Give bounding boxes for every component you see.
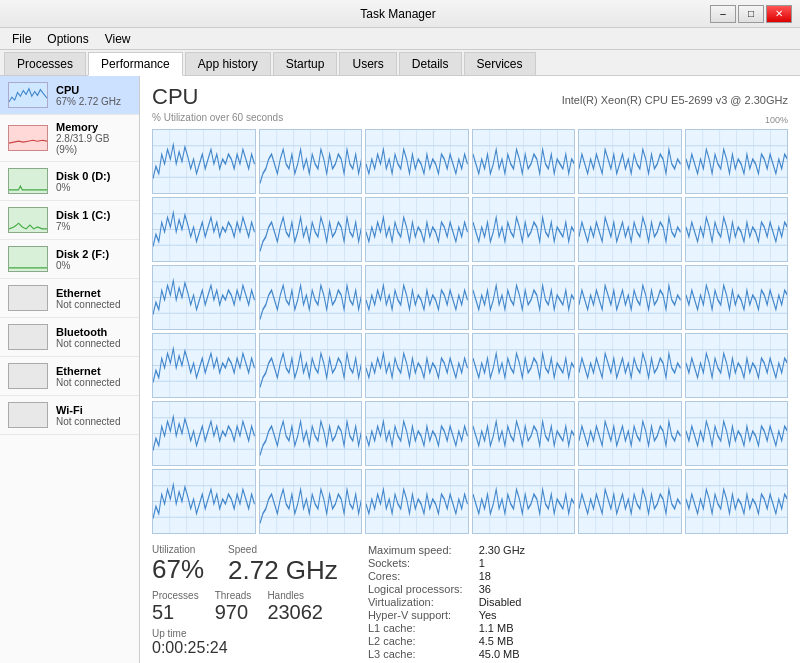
disk1-sidebar-text: Disk 1 (C:) 7% xyxy=(56,209,131,232)
stats-section: Utilization 67% Speed 2.72 GHz Processes… xyxy=(152,544,788,660)
speed-stat-value: 2.72 GHz xyxy=(228,555,338,586)
menu-options[interactable]: Options xyxy=(39,30,96,48)
minimize-button[interactable]: – xyxy=(710,5,736,23)
sidebar-item-ethernet2[interactable]: Ethernet Not connected xyxy=(0,357,139,396)
detail-key-l1: L1 cache: xyxy=(368,622,463,634)
cpu-core-19 xyxy=(259,333,363,398)
cpu-core-28 xyxy=(578,401,682,466)
cpu-core-26 xyxy=(365,401,469,466)
disk0-sidebar-name: Disk 0 (D:) xyxy=(56,170,131,182)
processes-stat-value: 51 xyxy=(152,601,199,624)
memory-sidebar-name: Memory xyxy=(56,121,131,133)
tab-startup[interactable]: Startup xyxy=(273,52,338,75)
processes-stat-label: Processes xyxy=(152,590,199,601)
cpu-core-8 xyxy=(365,197,469,262)
cpu-core-9 xyxy=(472,197,576,262)
maximize-button[interactable]: □ xyxy=(738,5,764,23)
detail-val-hyperv: Yes xyxy=(479,609,525,621)
handles-stat-value: 23062 xyxy=(267,601,323,624)
wifi-sidebar-name: Wi-Fi xyxy=(56,404,131,416)
cpu-core-14 xyxy=(365,265,469,330)
threads-stat-value: 970 xyxy=(215,601,252,624)
sidebar-item-cpu[interactable]: CPU 67% 2.72 GHz xyxy=(0,76,139,115)
detail-key-virtualization: Virtualization: xyxy=(368,596,463,608)
speed-stat-label: Speed xyxy=(228,544,338,555)
cpu-core-4 xyxy=(578,129,682,194)
menu-bar: File Options View xyxy=(0,28,800,50)
percent-label: 100% xyxy=(765,115,788,125)
wifi-sidebar-val: Not connected xyxy=(56,416,131,427)
menu-file[interactable]: File xyxy=(4,30,39,48)
cpu-core-31 xyxy=(259,469,363,534)
ethernet1-sidebar-val: Not connected xyxy=(56,299,131,310)
ethernet1-sidebar-text: Ethernet Not connected xyxy=(56,287,131,310)
detail-key-l3: L3 cache: xyxy=(368,648,463,660)
detail-val-sockets: 1 xyxy=(479,557,525,569)
disk0-thumbnail xyxy=(8,168,48,194)
detail-val-maxspeed: 2.30 GHz xyxy=(479,544,525,556)
ethernet2-sidebar-name: Ethernet xyxy=(56,365,131,377)
sidebar-item-disk2[interactable]: Disk 2 (F:) 0% xyxy=(0,240,139,279)
sidebar-item-disk0[interactable]: Disk 0 (D:) 0% xyxy=(0,162,139,201)
tab-details[interactable]: Details xyxy=(399,52,462,75)
details-grid: Maximum speed: 2.30 GHz Sockets: 1 Cores… xyxy=(368,544,525,660)
wifi-sidebar-text: Wi-Fi Not connected xyxy=(56,404,131,427)
cpu-core-17 xyxy=(685,265,789,330)
detail-key-sockets: Sockets: xyxy=(368,557,463,569)
cpu-core-21 xyxy=(472,333,576,398)
cpu-core-3 xyxy=(472,129,576,194)
disk0-sidebar-val: 0% xyxy=(56,182,131,193)
performance-panel: CPU Intel(R) Xeon(R) CPU E5-2699 v3 @ 2.… xyxy=(140,76,800,663)
disk2-sidebar-name: Disk 2 (F:) xyxy=(56,248,131,260)
detail-val-cores: 18 xyxy=(479,570,525,582)
cpu-core-24 xyxy=(152,401,256,466)
cpu-core-7 xyxy=(259,197,363,262)
cpu-core-22 xyxy=(578,333,682,398)
cpu-core-12 xyxy=(152,265,256,330)
disk2-sidebar-text: Disk 2 (F:) 0% xyxy=(56,248,131,271)
memory-thumbnail xyxy=(8,125,48,151)
cpu-core-16 xyxy=(578,265,682,330)
panel-title: CPU xyxy=(152,84,198,110)
bluetooth-sidebar-text: Bluetooth Not connected xyxy=(56,326,131,349)
detail-val-l2: 4.5 MB xyxy=(479,635,525,647)
cpu-core-0 xyxy=(152,129,256,194)
sidebar-item-memory[interactable]: Memory 2.8/31.9 GB (9%) xyxy=(0,115,139,162)
detail-val-logicalproc: 36 xyxy=(479,583,525,595)
menu-view[interactable]: View xyxy=(97,30,139,48)
disk2-sidebar-val: 0% xyxy=(56,260,131,271)
disk0-sidebar-text: Disk 0 (D:) 0% xyxy=(56,170,131,193)
detail-key-hyperv: Hyper-V support: xyxy=(368,609,463,621)
cpu-sidebar-val: 67% 2.72 GHz xyxy=(56,96,131,107)
cpu-core-27 xyxy=(472,401,576,466)
sidebar-item-disk1[interactable]: Disk 1 (C:) 7% xyxy=(0,201,139,240)
tab-users[interactable]: Users xyxy=(339,52,396,75)
detail-val-virtualization: Disabled xyxy=(479,596,525,608)
detail-val-l3: 45.0 MB xyxy=(479,648,525,660)
tab-apphistory[interactable]: App history xyxy=(185,52,271,75)
tab-services[interactable]: Services xyxy=(464,52,536,75)
panel-subtitle: Intel(R) Xeon(R) CPU E5-2699 v3 @ 2.30GH… xyxy=(562,94,788,106)
detail-val-l1: 1.1 MB xyxy=(479,622,525,634)
handles-stat-label: Handles xyxy=(267,590,323,601)
cpu-core-13 xyxy=(259,265,363,330)
panel-header: CPU Intel(R) Xeon(R) CPU E5-2699 v3 @ 2.… xyxy=(152,84,788,110)
close-button[interactable]: ✕ xyxy=(766,5,792,23)
sidebar-item-bluetooth[interactable]: Bluetooth Not connected xyxy=(0,318,139,357)
cpu-core-30 xyxy=(152,469,256,534)
utilization-label: % Utilization over 60 seconds xyxy=(152,112,283,123)
cpu-core-1 xyxy=(259,129,363,194)
disk1-thumbnail xyxy=(8,207,48,233)
sidebar-item-ethernet1[interactable]: Ethernet Not connected xyxy=(0,279,139,318)
tab-performance[interactable]: Performance xyxy=(88,52,183,76)
ethernet2-sidebar-val: Not connected xyxy=(56,377,131,388)
cpu-core-35 xyxy=(685,469,789,534)
cpu-core-11 xyxy=(685,197,789,262)
cpu-core-29 xyxy=(685,401,789,466)
window-controls[interactable]: – □ ✕ xyxy=(710,5,792,23)
cpu-thumbnail xyxy=(8,82,48,108)
detail-key-logicalproc: Logical processors: xyxy=(368,583,463,595)
sidebar-item-wifi[interactable]: Wi-Fi Not connected xyxy=(0,396,139,435)
tab-processes[interactable]: Processes xyxy=(4,52,86,75)
ethernet2-sidebar-text: Ethernet Not connected xyxy=(56,365,131,388)
